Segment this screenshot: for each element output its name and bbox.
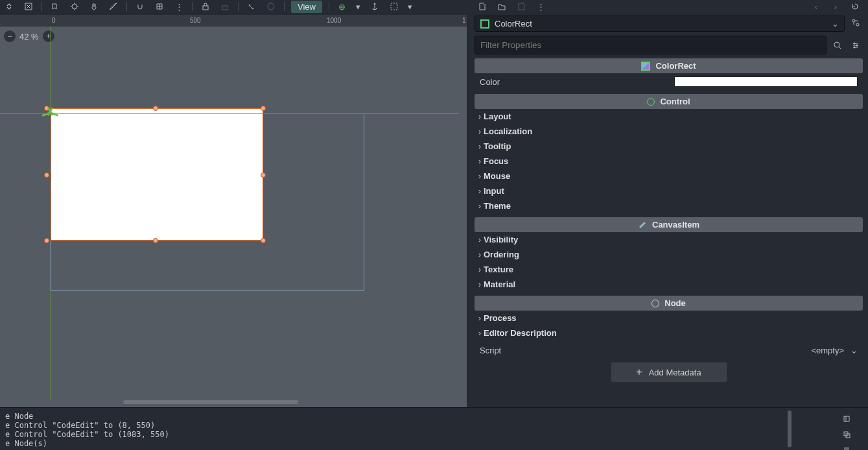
chevron-down-icon-2[interactable]: ▾	[407, 1, 414, 12]
more-icon-2[interactable]: ⋮	[534, 1, 547, 12]
colorrect-icon	[480, 19, 489, 29]
colorrect-node[interactable]	[51, 108, 263, 241]
fold-theme[interactable]: ›Theme	[475, 198, 863, 213]
handle-mr[interactable]	[261, 172, 266, 178]
add-icon[interactable]: ⊕	[336, 1, 349, 12]
fold-localization[interactable]: ›Localization	[475, 124, 863, 139]
svg-point-3	[268, 3, 274, 10]
snap-icon-1[interactable]	[134, 1, 147, 12]
svg-rect-2	[222, 6, 228, 10]
ruler-icon[interactable]	[107, 1, 120, 12]
handle-tr[interactable]	[261, 106, 266, 111]
svg-rect-4	[391, 3, 397, 10]
unlock-icon[interactable]	[218, 1, 231, 12]
svg-rect-1	[203, 6, 208, 10]
chevron-down-icon: ⌄	[850, 346, 858, 355]
fold-texture[interactable]: ›Texture	[475, 262, 863, 277]
class-header-node[interactable]: Node	[475, 296, 863, 311]
lock-icon[interactable]	[199, 1, 212, 12]
zoom-controls: − 42 % +	[4, 30, 54, 42]
node-select[interactable]: ColorRect ⌄	[475, 16, 845, 32]
fold-visibility[interactable]: ›Visibility	[475, 232, 863, 247]
filter-settings-icon[interactable]	[849, 38, 863, 53]
scrollbar-horizontal[interactable]	[0, 399, 459, 405]
fold-material[interactable]: ›Material	[475, 277, 863, 292]
property-script[interactable]: Script <empty> ⌄	[475, 340, 863, 358]
view-button[interactable]: View	[291, 1, 322, 13]
svg-point-5	[852, 19, 855, 22]
fold-input[interactable]: ›Input	[475, 184, 863, 198]
inspector-toolbar: ⋮ ‹ ›	[475, 0, 863, 13]
anchor-icon[interactable]	[368, 1, 381, 12]
colorrect-class-icon	[641, 62, 650, 71]
save-icon[interactable]	[515, 1, 528, 12]
load-resource-icon[interactable]	[495, 1, 508, 12]
history-icon[interactable]	[849, 1, 862, 12]
fold-layout[interactable]: ›Layout	[475, 109, 863, 124]
handle-br[interactable]	[261, 238, 266, 243]
handle-bl[interactable]	[44, 238, 49, 243]
search-icon[interactable]	[830, 38, 845, 53]
fold-focus[interactable]: ›Focus	[475, 154, 863, 169]
output-tool-icon-1[interactable]	[841, 413, 852, 425]
chevron-down-icon[interactable]: ▾	[355, 1, 362, 12]
zoom-out-button[interactable]: −	[4, 30, 16, 42]
svg-point-0	[72, 4, 77, 9]
node-class-icon	[651, 300, 659, 307]
bone-icon[interactable]	[245, 1, 258, 12]
output-tool-icon-3[interactable]	[841, 444, 852, 450]
pan-icon[interactable]	[88, 1, 100, 12]
plus-icon: +	[636, 366, 642, 378]
color-swatch[interactable]	[674, 77, 858, 87]
add-metadata-button[interactable]: + Add Metadata	[611, 362, 727, 383]
property-color[interactable]: Color	[475, 73, 863, 90]
ruler-horizontal: 0 500 1000 1	[0, 15, 467, 27]
output-panel: e Node e Control "CodeEdit" to (8, 550) …	[0, 407, 868, 450]
chevron-down-icon: ⌄	[832, 19, 839, 29]
more-icon-1[interactable]: ⋮	[172, 1, 185, 12]
canvasitem-class-icon	[638, 220, 647, 230]
fold-process[interactable]: ›Process	[475, 311, 863, 326]
canvas-toolbar: ⋮ View ⊕ ▾ ▾	[0, 0, 467, 13]
class-header-canvasitem[interactable]: CanvasItem	[475, 217, 863, 232]
output-copy-icon[interactable]	[841, 429, 852, 440]
manage-object-icon[interactable]	[849, 16, 863, 30]
new-resource-icon[interactable]	[476, 1, 489, 12]
svg-point-9	[856, 44, 858, 46]
bone-icon-2[interactable]	[264, 1, 277, 12]
output-scrollbar[interactable]	[788, 410, 792, 447]
class-header-control[interactable]: Control	[475, 94, 863, 109]
fold-editor-description[interactable]: ›Editor Description	[475, 326, 863, 340]
toolbar-icon-1[interactable]	[3, 1, 16, 12]
output-log[interactable]: e Node e Control "CodeEdit" to (8, 550) …	[0, 408, 837, 450]
guide-horizontal-green	[0, 113, 459, 114]
fold-mouse[interactable]: ›Mouse	[475, 169, 863, 184]
handle-ml[interactable]	[44, 172, 49, 178]
filter-properties-input[interactable]	[475, 36, 827, 54]
class-header-colorrect[interactable]: ColorRect	[475, 58, 863, 73]
snap-icon-2[interactable]	[153, 1, 166, 12]
container-icon[interactable]	[388, 1, 401, 12]
fold-tooltip[interactable]: ›Tooltip	[475, 139, 863, 154]
zoom-level[interactable]: 42 %	[19, 32, 39, 41]
handle-tc[interactable]	[153, 106, 158, 111]
canvas-viewport[interactable]: 0 500 1000 1 − 42 % +	[0, 15, 467, 407]
svg-point-8	[854, 42, 856, 44]
history-next-icon[interactable]: ›	[829, 1, 842, 12]
control-class-icon	[647, 98, 655, 106]
svg-point-10	[854, 46, 856, 48]
history-prev-icon[interactable]: ‹	[810, 1, 823, 12]
toolbar-icon-2[interactable]	[22, 1, 35, 12]
fold-ordering[interactable]: ›Ordering	[475, 247, 863, 262]
handle-bc[interactable]	[153, 238, 158, 243]
svg-point-7	[834, 42, 839, 47]
svg-point-6	[856, 23, 859, 26]
toolbar-icon-4[interactable]	[68, 1, 81, 12]
toolbar-icon-3[interactable]	[49, 1, 62, 12]
zoom-in-button[interactable]: +	[43, 30, 54, 42]
